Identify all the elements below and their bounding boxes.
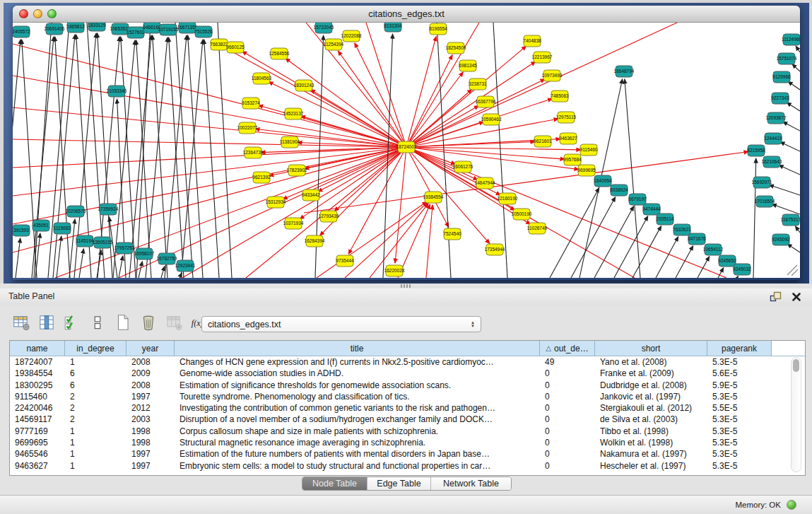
graph-node[interactable]: 9621601 bbox=[534, 136, 552, 147]
graph-node[interactable]: 9463627 bbox=[559, 133, 577, 144]
graph-node[interactable]: 8471676 bbox=[688, 233, 706, 245]
memory-ok-indicator[interactable] bbox=[787, 500, 796, 510]
table-row[interactable]: 977716911998Corpus callosum shape and si… bbox=[10, 426, 805, 437]
graph-node[interactable]: 9115460 bbox=[580, 144, 598, 156]
graph-node[interactable]: 1865812 bbox=[66, 23, 85, 33]
column-header-pagerank[interactable]: pagerank bbox=[707, 341, 772, 356]
graph-node[interactable]: 391593 bbox=[13, 225, 30, 236]
graph-node[interactable]: 11381904 bbox=[280, 136, 300, 148]
graph-node[interactable]: 9735444 bbox=[336, 255, 354, 267]
column-header-out_degree[interactable]: △out_de… bbox=[540, 341, 595, 356]
show-hide-column-icon[interactable] bbox=[37, 313, 57, 332]
graph-node[interactable]: 18254509 bbox=[446, 42, 466, 54]
network-canvas[interactable]: 1872400776638229660125112543941202208812… bbox=[13, 23, 800, 278]
graph-node[interactable]: 16367794 bbox=[476, 96, 496, 107]
graph-node[interactable]: 7404838 bbox=[523, 35, 541, 47]
graph-node[interactable]: 16958107 bbox=[134, 248, 155, 259]
graph-node[interactable]: 8196554 bbox=[429, 23, 447, 35]
divider-grip-icon[interactable] bbox=[401, 284, 411, 288]
graph-node[interactable]: 1145194 bbox=[76, 235, 94, 247]
graph-node[interactable]: 12584556 bbox=[269, 48, 290, 59]
graph-node[interactable]: 20691406 bbox=[45, 23, 65, 35]
table-row[interactable]: 946362711997Embryonic stem cells: a mode… bbox=[10, 460, 805, 472]
graph-node[interactable]: 9660125 bbox=[226, 42, 245, 53]
graph-node[interactable]: 1640954 bbox=[594, 175, 612, 187]
graph-node[interactable]: 16061276 bbox=[453, 161, 473, 173]
graph-node[interactable]: 9153274 bbox=[242, 98, 260, 109]
graph-node[interactable]: 17016504 bbox=[755, 196, 775, 207]
graph-node[interactable]: 7524540 bbox=[443, 228, 461, 240]
graph-node[interactable]: 9245032 bbox=[733, 264, 751, 275]
graph-node[interactable]: 11804563 bbox=[252, 73, 272, 84]
graph-node[interactable]: 18301243 bbox=[294, 80, 314, 91]
graph-node[interactable]: 2405572 bbox=[13, 26, 30, 37]
graph-node[interactable]: 10371934 bbox=[283, 218, 304, 229]
graph-node[interactable]: 2935114 bbox=[657, 214, 674, 225]
tab-network-table[interactable]: Network Table bbox=[431, 477, 511, 490]
close-window-button[interactable] bbox=[19, 9, 28, 18]
graph-node[interactable]: 435051 bbox=[33, 220, 49, 231]
table-row[interactable]: 1830029562008Estimation of significance … bbox=[10, 380, 805, 391]
graph-node[interactable]: 9129966 bbox=[772, 71, 791, 83]
graph-node[interactable]: 17957253 bbox=[114, 243, 135, 254]
graph-node[interactable]: 17823902 bbox=[287, 165, 307, 176]
graph-node[interactable]: 9957684 bbox=[563, 154, 582, 165]
graph-node[interactable]: 7632621 bbox=[673, 224, 691, 235]
graph-node[interactable]: 11254394 bbox=[324, 39, 344, 50]
graph-node[interactable]: 8131304 bbox=[384, 23, 402, 32]
close-panel-icon[interactable] bbox=[791, 291, 802, 303]
graph-node[interactable]: 15751074 bbox=[777, 53, 797, 64]
graph-node[interactable]: 21053346 bbox=[107, 86, 127, 97]
canvas-resize-grip[interactable] bbox=[787, 265, 798, 276]
graph-node[interactable]: 17354944 bbox=[485, 244, 505, 255]
table-row[interactable]: 1938455462009Genome-wide association stu… bbox=[10, 368, 805, 379]
graph-node[interactable]: 15722045 bbox=[314, 23, 334, 33]
table-row[interactable]: 911546021997Tourette syndrome. Phenomeno… bbox=[10, 391, 805, 402]
graph-node[interactable]: 10500190 bbox=[512, 209, 532, 220]
graph-node[interactable]: 11675317 bbox=[781, 214, 800, 226]
graph-node[interactable]: 8938924 bbox=[610, 185, 628, 196]
graph-node[interactable]: 1527602 bbox=[126, 27, 145, 38]
graph-node[interactable]: 1244419 bbox=[764, 133, 782, 144]
graph-node[interactable]: 16284394 bbox=[305, 235, 325, 247]
column-header-year[interactable]: year bbox=[126, 341, 175, 356]
table-row[interactable]: 946554611997Estimation of the future num… bbox=[10, 448, 805, 460]
graph-node[interactable]: 6981345 bbox=[459, 60, 477, 71]
graph-node[interactable]: 12364739 bbox=[243, 147, 264, 158]
graph-node[interactable]: 1833129 bbox=[88, 23, 106, 31]
graph-node[interactable]: 14523137 bbox=[283, 108, 304, 119]
float-panel-icon[interactable] bbox=[770, 291, 782, 303]
graph-node[interactable]: 6679197 bbox=[628, 194, 647, 205]
graph-node[interactable]: 9227343 bbox=[771, 93, 789, 104]
graph-node[interactable]: 19384554 bbox=[423, 192, 444, 203]
graph-node[interactable]: 3238731 bbox=[469, 78, 487, 90]
graph-node[interactable]: 10590463 bbox=[481, 114, 502, 125]
graph-node[interactable]: 8215958 bbox=[747, 145, 765, 156]
graph-node[interactable]: 13505155 bbox=[93, 237, 113, 248]
graph-node[interactable]: 1115683 bbox=[54, 223, 71, 234]
graph-node[interactable]: 18724007 bbox=[396, 141, 417, 153]
create-new-table-icon[interactable] bbox=[113, 313, 133, 332]
graph-node[interactable]: 9699695 bbox=[577, 165, 596, 176]
table-select-dropdown[interactable]: citations_edges.txt ▲▼ bbox=[201, 316, 481, 332]
graph-node[interactable]: 11026749 bbox=[527, 223, 548, 234]
column-header-name[interactable]: name bbox=[10, 341, 65, 356]
graph-node[interactable]: 20206576 bbox=[66, 206, 86, 217]
graph-node[interactable]: 7485063 bbox=[551, 90, 569, 102]
graph-node[interactable]: 16220028 bbox=[384, 265, 405, 276]
graph-node[interactable]: 9474444 bbox=[642, 204, 661, 215]
panel-divider[interactable] bbox=[0, 284, 812, 288]
graph-node[interactable]: 16210643 bbox=[762, 156, 782, 168]
graph-node[interactable]: 10022077 bbox=[237, 122, 258, 134]
graph-node[interactable]: 9621392 bbox=[252, 172, 271, 183]
graph-node[interactable]: 11124960 bbox=[782, 34, 800, 45]
delete-table-icon[interactable] bbox=[139, 313, 158, 332]
graph-node[interactable]: 10973493 bbox=[542, 70, 563, 81]
graph-node[interactable]: 9433442 bbox=[302, 189, 320, 201]
tab-edge-table[interactable]: Edge Table bbox=[367, 477, 431, 490]
graph-node[interactable]: 12022088 bbox=[341, 30, 362, 42]
graph-node[interactable]: 12093872 bbox=[766, 112, 787, 124]
column-header-short[interactable]: short bbox=[595, 341, 707, 356]
graph-node[interactable]: 15312934 bbox=[266, 197, 286, 208]
graph-node[interactable]: 7515526 bbox=[194, 26, 213, 37]
